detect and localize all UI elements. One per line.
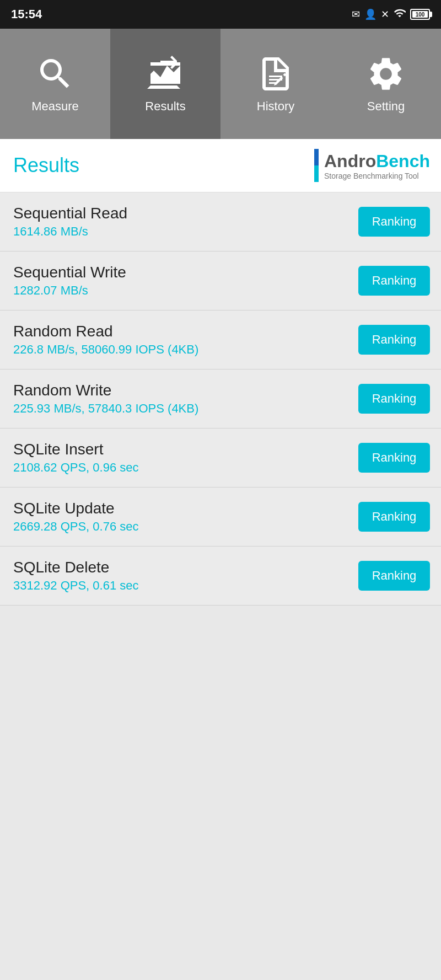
brand-text: AndroBench Storage Benchmarking Tool — [324, 151, 430, 180]
battery-level: 100 — [416, 12, 425, 18]
page-title: Results — [13, 154, 79, 177]
result-row-sequential-write: Sequential Write 1282.07 MB/s Ranking — [0, 251, 441, 310]
result-name-sequential-read: Sequential Read — [13, 205, 358, 222]
result-name-random-write: Random Write — [13, 382, 358, 399]
search-icon — [35, 54, 75, 94]
brand-bench: Bench — [376, 151, 430, 171]
results-list: Sequential Read 1614.86 MB/s Ranking Seq… — [0, 192, 441, 606]
nav-tabs: Measure Results History Setting — [0, 29, 441, 139]
status-icons: ✉ 👤 ✕ 100 — [352, 7, 430, 22]
brand-andro: Andro — [324, 151, 376, 171]
ranking-btn-sqlite-insert[interactable]: Ranking — [358, 443, 430, 473]
result-info-sequential-read: Sequential Read 1614.86 MB/s — [13, 205, 358, 239]
brand-subtitle: Storage Benchmarking Tool — [324, 172, 430, 180]
result-value-sequential-read: 1614.86 MB/s — [13, 224, 358, 239]
result-name-random-read: Random Read — [13, 323, 358, 340]
ranking-btn-random-write[interactable]: Ranking — [358, 384, 430, 414]
result-name-sequential-write: Sequential Write — [13, 264, 358, 281]
results-header: Results AndroBench Storage Benchmarking … — [0, 139, 441, 192]
tab-measure-label: Measure — [31, 99, 79, 114]
result-value-random-write: 225.93 MB/s, 57840.3 IOPS (4KB) — [13, 401, 358, 416]
tab-setting[interactable]: Setting — [331, 29, 441, 139]
ranking-btn-sqlite-update[interactable]: Ranking — [358, 502, 430, 532]
status-bar: 15:54 ✉ 👤 ✕ 100 — [0, 0, 441, 29]
result-name-sqlite-insert: SQLite Insert — [13, 441, 358, 458]
result-row-random-read: Random Read 226.8 MB/s, 58060.99 IOPS (4… — [0, 310, 441, 369]
ranking-btn-sequential-read[interactable]: Ranking — [358, 207, 430, 237]
result-info-random-write: Random Write 225.93 MB/s, 57840.3 IOPS (… — [13, 382, 358, 416]
tab-history[interactable]: History — [220, 29, 331, 139]
result-info-random-read: Random Read 226.8 MB/s, 58060.99 IOPS (4… — [13, 323, 358, 357]
result-value-sqlite-update: 2669.28 QPS, 0.76 sec — [13, 520, 358, 534]
result-value-random-read: 226.8 MB/s, 58060.99 IOPS (4KB) — [13, 342, 358, 357]
result-value-sqlite-delete: 3312.92 QPS, 0.61 sec — [13, 579, 358, 593]
brand-logo: AndroBench Storage Benchmarking Tool — [314, 149, 430, 182]
contacts-icon: 👤 — [364, 8, 377, 20]
chart-icon — [146, 54, 185, 94]
ranking-btn-sequential-write[interactable]: Ranking — [358, 266, 430, 296]
tab-results-label: Results — [145, 99, 185, 114]
brand-bar — [314, 149, 319, 182]
tab-history-label: History — [257, 99, 294, 114]
tab-setting-label: Setting — [367, 99, 405, 114]
result-info-sqlite-update: SQLite Update 2669.28 QPS, 0.76 sec — [13, 500, 358, 534]
tab-results[interactable]: Results — [110, 29, 220, 139]
result-row-sequential-read: Sequential Read 1614.86 MB/s Ranking — [0, 192, 441, 251]
empty-space — [0, 606, 441, 881]
result-info-sqlite-delete: SQLite Delete 3312.92 QPS, 0.61 sec — [13, 559, 358, 593]
result-row-random-write: Random Write 225.93 MB/s, 57840.3 IOPS (… — [0, 369, 441, 429]
status-time: 15:54 — [11, 7, 42, 22]
result-row-sqlite-delete: SQLite Delete 3312.92 QPS, 0.61 sec Rank… — [0, 547, 441, 606]
result-info-sequential-write: Sequential Write 1282.07 MB/s — [13, 264, 358, 298]
gear-icon — [366, 54, 406, 94]
wifi-icon — [394, 7, 406, 22]
result-info-sqlite-insert: SQLite Insert 2108.62 QPS, 0.96 sec — [13, 441, 358, 475]
ranking-btn-sqlite-delete[interactable]: Ranking — [358, 561, 430, 591]
result-row-sqlite-insert: SQLite Insert 2108.62 QPS, 0.96 sec Rank… — [0, 429, 441, 488]
history-icon — [256, 54, 295, 94]
x-icon: ✕ — [381, 8, 389, 20]
notification-icon: ✉ — [352, 8, 360, 20]
result-name-sqlite-delete: SQLite Delete — [13, 559, 358, 576]
result-value-sqlite-insert: 2108.62 QPS, 0.96 sec — [13, 460, 358, 475]
brand-name: AndroBench — [324, 151, 430, 172]
battery-icon: 100 — [410, 9, 430, 20]
tab-measure[interactable]: Measure — [0, 29, 110, 139]
ranking-btn-random-read[interactable]: Ranking — [358, 325, 430, 355]
result-value-sequential-write: 1282.07 MB/s — [13, 283, 358, 298]
result-name-sqlite-update: SQLite Update — [13, 500, 358, 517]
result-row-sqlite-update: SQLite Update 2669.28 QPS, 0.76 sec Rank… — [0, 488, 441, 547]
